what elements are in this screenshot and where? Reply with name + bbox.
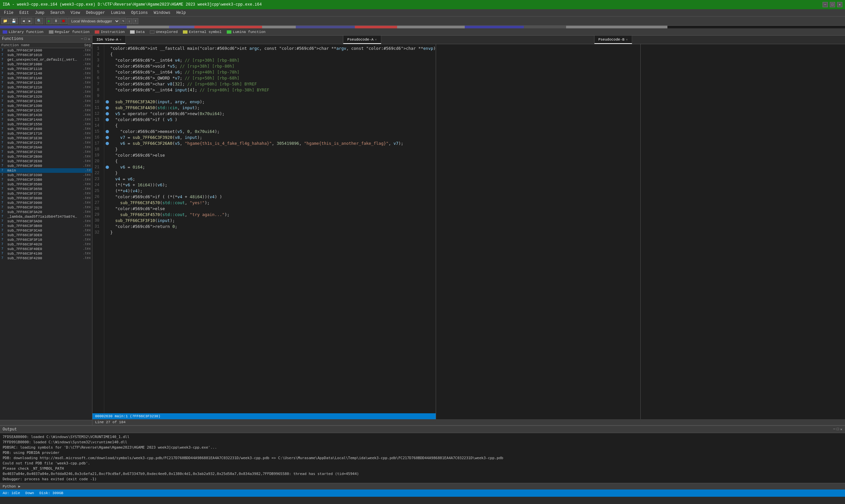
toolbar-save[interactable]: 💾 <box>10 18 18 24</box>
function-item[interactable]: 7sub_7FF66C3F11A0.tex <box>0 76 92 80</box>
function-item[interactable]: 7sub_7FF66C3F3A20.tex <box>0 210 92 214</box>
function-icon: 7 <box>1 233 6 237</box>
menu-item-view[interactable]: View <box>68 10 83 16</box>
function-item[interactable]: 7sub_7FF66C3F3650.tex <box>0 187 92 191</box>
tab-pseudocode-a-close[interactable]: ✕ <box>375 38 377 41</box>
function-item[interactable]: 7sub_7FF66C3F3920.tex <box>0 205 92 210</box>
tab-pseudocode-b[interactable]: Pseudocode-B ✕ <box>595 36 632 44</box>
function-item[interactable]: 7sub_7FF66C3F3390.tex <box>0 173 92 178</box>
menu-item-jump[interactable]: Jump <box>32 10 47 16</box>
code-text: sub_7FF66C3F3F10(input); <box>110 218 175 223</box>
function-item[interactable]: 7sub_7FF66C3F3F10.tex <box>0 237 92 242</box>
code-content[interactable]: "color:#569cd6">int __fastcall main("col… <box>104 44 436 413</box>
function-item[interactable]: 7sub_7FF66C3F3080.tex <box>0 164 92 168</box>
function-item[interactable]: 7sub_7FF66C3F1140.tex <box>0 71 92 76</box>
function-item[interactable]: 7sub_7FF66C3F3B60.tex <box>0 223 92 228</box>
function-item[interactable]: 7sub_7FF66C3F14A0.tex <box>0 118 92 122</box>
functions-minimize-btn[interactable]: ─ <box>81 37 83 41</box>
function-item[interactable]: 7sub_7FF66C3F1210.tex <box>0 85 92 90</box>
color-seg-12 <box>667 26 845 29</box>
menu-item-windows[interactable]: Windows <box>151 10 173 16</box>
function-item[interactable]: 7sub_7FF66C3F1320.tex <box>0 94 92 99</box>
toolbar-stop[interactable]: ⏹ <box>60 18 67 24</box>
minimize-button[interactable]: ─ <box>823 2 828 7</box>
function-seg: .tex <box>77 155 91 159</box>
output-close-btn[interactable]: ✕ <box>840 427 842 431</box>
functions-close-btn[interactable]: ✕ <box>88 37 90 41</box>
code-line: "color:#569cd6">return 0; <box>106 223 436 230</box>
function-item[interactable]: 7sub_7FF66C3F1340.tex <box>0 99 92 104</box>
function-item[interactable]: 7sub_7FF66C3F1000.tex <box>0 48 92 53</box>
toolbar-step-into[interactable]: ↓ <box>127 18 133 24</box>
function-item[interactable]: 7main.te <box>0 168 92 173</box>
tab-pseudocode-b-close[interactable]: ✕ <box>626 38 628 41</box>
code-line: sub_7FF66C3F4A50(std::cin, input); <box>106 105 436 111</box>
line-number: 20 <box>92 158 102 164</box>
function-item[interactable]: 7sub_7FF66C3F26A0.tex <box>0 145 92 150</box>
debugger-selector[interactable]: Local Windows debugger <box>68 18 120 24</box>
function-item[interactable]: 7sub_7FF66C3F13C0.tex <box>0 108 92 113</box>
pseudocode-a-panel <box>436 44 641 419</box>
function-item[interactable]: 7sub_7FF66C3F33B0.tex <box>0 178 92 182</box>
function-item[interactable]: 7get_unexpected_or_default(_vert_ptd con… <box>0 57 92 62</box>
function-item[interactable]: 7_lambda_daad5f71a1db84f3475a074fd2d177a… <box>0 214 92 219</box>
function-item[interactable]: 7sub_7FF66C3F40E0.tex <box>0 247 92 251</box>
menu-item-debugger[interactable]: Debugger <box>83 10 108 16</box>
function-item[interactable]: 7sub_7FF66C3F3DE0.tex <box>0 233 92 237</box>
toolbar-step-out[interactable]: ↑ <box>133 18 138 24</box>
menu-item-edit[interactable]: Edit <box>17 10 32 16</box>
function-item[interactable]: 7sub_7FF66C3F1430.tex <box>0 113 92 118</box>
function-item[interactable]: 7sub_7FF66C3F2E60.tex <box>0 159 92 164</box>
functions-maximize-btn[interactable]: □ <box>85 37 87 41</box>
output-minimize-btn[interactable]: ─ <box>833 427 835 431</box>
toolbar-back[interactable]: ◀ <box>21 18 27 24</box>
function-item[interactable]: 7sub_7FF66C3F3580.tex <box>0 182 92 187</box>
function-icon: 7 <box>1 81 6 85</box>
function-icon: 7 <box>1 53 6 57</box>
toolbar-search[interactable]: 🔍 <box>35 18 43 24</box>
close-button[interactable]: ✕ <box>837 2 842 7</box>
function-name: sub_7FF66C3F11D0 <box>7 81 77 85</box>
toolbar-open[interactable]: 📁 <box>1 18 9 24</box>
toolbar-forward[interactable]: ▶ <box>27 18 33 24</box>
function-item[interactable]: 7sub_7FF66C3F1710.tex <box>0 131 92 136</box>
function-item[interactable]: 7sub_7FF66C3F22F0.tex <box>0 141 92 145</box>
function-item[interactable]: 7sub_7FF66C3F1390.tex <box>0 104 92 108</box>
maximize-button[interactable]: □ <box>830 2 835 7</box>
output-maximize-btn[interactable]: □ <box>837 427 839 431</box>
function-item[interactable]: 7sub_7FF66C3F10B0.tex <box>0 62 92 67</box>
function-item[interactable]: 7sub_7FF66C3F3730.tex <box>0 191 92 196</box>
function-item[interactable]: 7sub_7FF66C3F3900.tex <box>0 200 92 205</box>
function-item[interactable]: 7sub_7FF66C3F1E30.tex <box>0 136 92 141</box>
toolbar-run[interactable]: ▶ <box>46 18 52 24</box>
function-seg: .tex <box>77 113 91 117</box>
menu-item-options[interactable]: Options <box>128 10 150 16</box>
function-item[interactable]: 7sub_7FF66C3F4200.tex <box>0 256 92 260</box>
function-item[interactable]: 7sub_7FF66C3F4020.tex <box>0 242 92 247</box>
function-item[interactable]: 7sub_7FF66C3F27A0.tex <box>0 150 92 155</box>
function-item[interactable]: 7sub_7FF66C3F1550.tex <box>0 122 92 127</box>
menu-item-help[interactable]: Help <box>174 10 189 16</box>
toolbar-step-over[interactable]: ↷ <box>121 18 126 24</box>
code-text: sub_7FF66C3F4570(std::cout, "try again..… <box>110 212 229 218</box>
menu-item-file[interactable]: File <box>1 10 16 16</box>
function-item[interactable]: 7sub_7FF66C3F1010.tex <box>0 53 92 57</box>
menu-item-lumina[interactable]: Lumina <box>108 10 128 16</box>
menu-item-search[interactable]: Search <box>48 10 67 16</box>
tab-pseudocode-a[interactable]: Pseudocode-A ✕ <box>343 36 381 44</box>
output-content[interactable]: 7FD5EA80000: loaded C:\Windows\SYSTEM32\… <box>0 433 845 483</box>
function-item[interactable]: 7sub_7FF66C3F1600.tex <box>0 127 92 131</box>
code-line <box>106 93 436 99</box>
function-item[interactable]: 7sub_7FF66C3F1280.tex <box>0 90 92 94</box>
function-item[interactable]: 7sub_7FF66C3F3CA0.tex <box>0 228 92 233</box>
function-item[interactable]: 7sub_7FF66C3F3800.tex <box>0 196 92 200</box>
code-text: { <box>110 158 118 164</box>
tab-ida-view-a-close[interactable]: ✕ <box>120 38 122 41</box>
function-item[interactable]: 7sub_7FF66C3F2B90.tex <box>0 155 92 159</box>
tab-ida-view-a[interactable]: IDA View-A ✕ <box>92 36 126 44</box>
function-item[interactable]: 7sub_7FF66C3F1110.tex <box>0 67 92 71</box>
function-item[interactable]: 7sub_7FF66C3F4190.tex <box>0 251 92 256</box>
function-item[interactable]: 7sub_7FF66C3F3AD0.tex <box>0 219 92 223</box>
function-item[interactable]: 7sub_7FF66C3F11D0.tex <box>0 80 92 85</box>
toolbar-pause[interactable]: ⏸ <box>52 18 59 24</box>
